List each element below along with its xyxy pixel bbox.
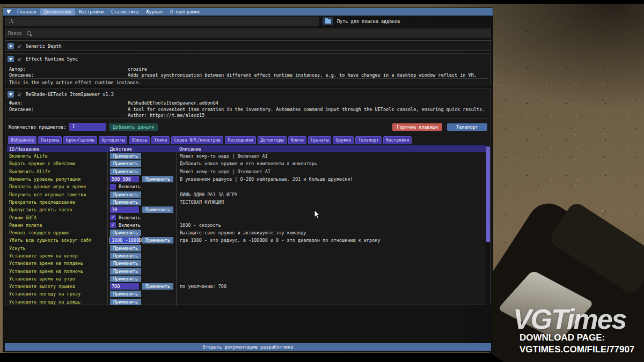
- enable-checkbox-label: Включить: [119, 184, 141, 189]
- table-row: Установите время на вечерПрименить: [7, 252, 489, 260]
- apply-button[interactable]: Применить: [110, 168, 141, 175]
- browse-folder-button[interactable]: [323, 17, 333, 25]
- tab-оружие[interactable]: Оружие: [333, 136, 354, 144]
- row-description: [177, 290, 489, 298]
- menu-item-о-программе[interactable]: О программе: [166, 9, 204, 16]
- tab-гранаты[interactable]: Гранаты: [308, 136, 332, 144]
- enable-checkbox[interactable]: [110, 184, 116, 190]
- row-name: Изменить уровень репутации: [7, 175, 108, 183]
- apply-button[interactable]: Применить: [110, 260, 141, 267]
- tab-телепорт[interactable]: Телепорт: [355, 136, 382, 144]
- enable-checkbox-label: Включить: [119, 223, 141, 228]
- table-row: Показать данные игры и времяВключить: [7, 183, 489, 190]
- hotkeys-button[interactable]: Горячие клавиши: [392, 123, 442, 131]
- addon-header: ✓ Effect Runtime Sync: [8, 55, 78, 63]
- enable-checkbox[interactable]: ✓: [110, 215, 116, 220]
- tab-расходники[interactable]: Расходники: [225, 136, 256, 144]
- apply-button[interactable]: Применить: [110, 199, 141, 205]
- addon-path-label: Путь для поиска аддонов: [337, 19, 400, 24]
- table-header: ID/Название Действие Описание: [7, 145, 489, 152]
- addon-enabled-checkbox[interactable]: ✓: [17, 43, 23, 49]
- action-value-input[interactable]: 500 500: [110, 176, 139, 182]
- apply-button[interactable]: Применить: [110, 268, 141, 275]
- tab-ключи[interactable]: Ключи: [288, 136, 306, 144]
- row-action-cell: Применить: [108, 152, 177, 160]
- tab-обвесы[interactable]: Обвесы: [129, 136, 150, 144]
- tab-уники[interactable]: Уники: [151, 136, 170, 144]
- row-name: Установите время на полдень: [7, 260, 108, 267]
- chevron-down-icon: [9, 58, 12, 61]
- table-row: Установите погоду на дождьПрименить: [7, 298, 489, 306]
- apply-button[interactable]: Применить: [142, 206, 173, 213]
- row-action-cell: Применить: [108, 160, 177, 167]
- apply-button[interactable]: Применить: [110, 160, 141, 167]
- author-label: Автор:: [9, 67, 26, 72]
- apply-button[interactable]: Применить: [142, 283, 173, 290]
- action-value-input[interactable]: 700: [110, 283, 139, 290]
- apply-button[interactable]: Применить: [110, 245, 141, 252]
- action-value-input[interactable]: 1000 -10000: [110, 237, 139, 243]
- addon-path-input[interactable]: .\: [5, 17, 319, 26]
- menu-item-главная[interactable]: Главная: [13, 9, 40, 16]
- table-rows: Включить ALifeПрименитьМожет кому-то над…: [7, 152, 489, 306]
- search-input[interactable]: Поиск: [5, 28, 491, 38]
- chevron-down-icon: [9, 93, 12, 96]
- runtime-note: This is the only active effect runtime i…: [9, 80, 141, 85]
- download-page-label: DOWNLOAD PAGE:: [519, 332, 634, 344]
- row-action-cell: Применить: [108, 260, 177, 267]
- reshade-logo-icon: [6, 9, 11, 14]
- expand-button[interactable]: [8, 43, 14, 49]
- column-header-action: Действие: [108, 146, 177, 152]
- table-scrollbar[interactable]: [486, 145, 490, 305]
- row-description: [177, 213, 489, 221]
- tab-спавн-npc-монстров[interactable]: Спавн NPC/монстров: [171, 136, 223, 144]
- tab-избранное[interactable]: Избранное: [8, 136, 36, 144]
- apply-button[interactable]: Применить: [110, 299, 141, 305]
- apply-button[interactable]: Применить: [110, 276, 141, 282]
- add-money-button[interactable]: Добавить деньги: [109, 123, 158, 131]
- row-action-cell: ✓Включить: [108, 213, 177, 221]
- collapse-button[interactable]: [8, 91, 14, 98]
- apply-button[interactable]: Применить: [110, 291, 141, 297]
- row-description: по умолчанию: 700: [177, 283, 489, 290]
- row-action-cell: 700Применить: [108, 283, 177, 290]
- scrollbar-thumb[interactable]: [486, 146, 490, 242]
- menu-item-настройки[interactable]: Настройки: [75, 9, 107, 16]
- screen: VGTimes DOWNLOAD PAGE: VGTIMES.COM/FILE/…: [0, 0, 644, 362]
- tab-патроны[interactable]: Патроны: [38, 136, 62, 144]
- menu-item-журнал[interactable]: Журнал: [142, 9, 166, 16]
- row-name: Режим БОГА: [7, 213, 108, 221]
- row-name: Пропустить десять часов: [7, 206, 108, 213]
- action-value-input[interactable]: 10: [110, 206, 139, 213]
- addon-enabled-checkbox[interactable]: ✓: [17, 56, 23, 62]
- menu-item-статистика[interactable]: Статистика: [107, 9, 142, 16]
- apply-button[interactable]: Применить: [110, 191, 141, 198]
- apply-button[interactable]: Применить: [110, 253, 141, 259]
- menu-item-дополнения[interactable]: Дополнения: [40, 9, 75, 16]
- addon-title: ReShade-UETools ItemSpawner v1.3: [26, 92, 114, 97]
- chevron-right-icon: [10, 45, 12, 48]
- apply-button[interactable]: Применить: [110, 230, 141, 236]
- enable-checkbox[interactable]: ✓: [110, 222, 116, 228]
- row-description: [177, 267, 489, 275]
- collapse-button[interactable]: [8, 56, 14, 62]
- file-value: ReShadeUEToolsItemSpawner.addon64: [128, 100, 218, 106]
- addon-enabled-checkbox[interactable]: ✓: [17, 92, 23, 98]
- open-docs-button[interactable]: Открыть документацию разработчика: [5, 343, 491, 351]
- row-name: Уснуть: [7, 245, 108, 252]
- table-row: Включить ALifeПрименитьМожет кому-то над…: [7, 152, 489, 160]
- description-label: Описание:: [9, 72, 34, 78]
- tab-настройки[interactable]: Настройки: [383, 136, 412, 144]
- tab-артефакты[interactable]: Артефакты: [99, 136, 127, 144]
- apply-button[interactable]: Применить: [142, 237, 173, 243]
- tab-броня-шлемы[interactable]: Броня\шлемы: [63, 136, 97, 144]
- search-icon: [27, 31, 31, 35]
- apply-button[interactable]: Применить: [142, 176, 173, 182]
- tab-детекторы[interactable]: Детекторы: [258, 136, 286, 144]
- addon-generic-depth: ✓ Generic Depth: [5, 40, 491, 51]
- quantity-input[interactable]: 1: [69, 123, 106, 131]
- apply-button[interactable]: Применить: [110, 153, 141, 159]
- teleport-button[interactable]: Телепорт: [447, 123, 487, 131]
- row-action-cell: 1000 -10000Применить: [108, 237, 177, 244]
- row-action-cell: Применить: [108, 190, 177, 198]
